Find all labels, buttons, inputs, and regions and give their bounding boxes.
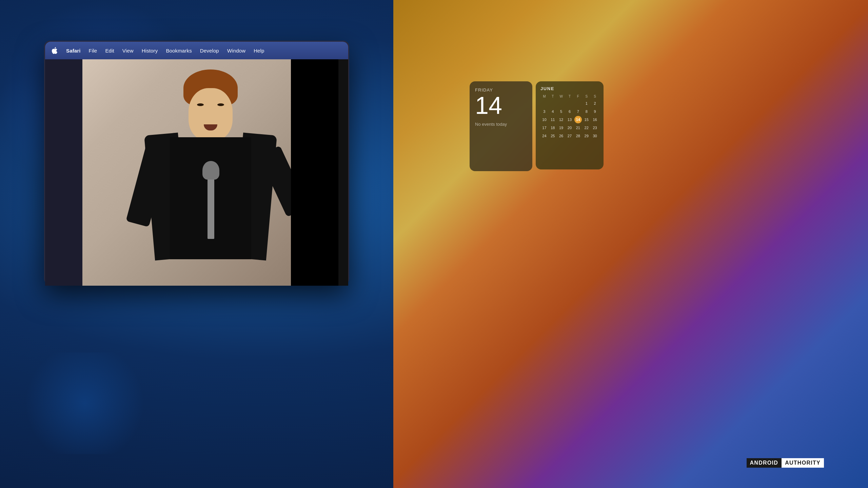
cal-header-s2: S [591,94,599,99]
cal-cell-30[interactable]: 30 [591,132,599,140]
microphone-stand [208,171,214,239]
menu-safari[interactable]: Safari [63,46,84,55]
calendar-widget: Friday 14 No events today [470,81,532,171]
cal-header-m: M [540,94,548,99]
menu-help[interactable]: Help [250,46,268,55]
cal-cell-20[interactable]: 20 [566,124,573,131]
cal-cell-10[interactable]: 10 [540,116,548,123]
bg-blur-2 [17,352,153,454]
watermark-authority-text: AUTHORITY [782,458,824,468]
cal-cell-1[interactable]: 1 [583,100,590,107]
calendar-grid: M T W T F S S 1 2 3 4 5 6 7 8 9 10 11 12… [540,94,599,140]
cal-header-f: F [574,94,582,99]
menu-file[interactable]: File [85,46,101,55]
month-title: June [540,86,599,91]
cal-cell-21[interactable]: 21 [574,124,582,131]
menu-develop[interactable]: Develop [197,46,222,55]
cal-cell-27[interactable]: 27 [566,132,573,140]
cal-cell-8[interactable]: 8 [583,108,590,115]
right-eye [217,103,224,106]
calendar-day-number: 14 [475,93,527,118]
cal-cell-5[interactable]: 5 [557,108,565,115]
cal-cell-18[interactable]: 18 [549,124,556,131]
cal-header-s1: S [583,94,590,99]
cal-cell-14-today[interactable]: 14 [574,116,582,123]
calendar-no-events: No events today [475,122,527,127]
cal-cell-2[interactable]: 2 [591,100,599,107]
watermark: ANDROID AUTHORITY [747,458,824,468]
cal-cell-25[interactable]: 25 [549,132,556,140]
menu-bar: Safari File Edit View History Bookmarks … [45,42,348,59]
cal-cell-23[interactable]: 23 [591,124,599,131]
cal-cell-9[interactable]: 9 [591,108,599,115]
cal-cell-4[interactable]: 4 [549,108,556,115]
microphone-head [202,161,219,180]
left-eye [197,103,204,106]
cal-cell-empty3 [557,100,565,107]
cal-cell-24[interactable]: 24 [540,132,548,140]
watermark-android-text: ANDROID [747,458,782,468]
cal-cell-26[interactable]: 26 [557,132,565,140]
month-calendar-widget: June M T W T F S S 1 2 3 4 5 6 7 8 9 10 … [536,81,604,169]
cal-cell-12[interactable]: 12 [557,116,565,123]
cal-header-t1: T [549,94,557,99]
face [189,88,233,141]
desktop-wallpaper [393,0,868,488]
cal-cell-16[interactable]: 16 [591,116,599,123]
cal-cell-17[interactable]: 17 [540,124,548,131]
browser-sidebar [45,59,82,286]
person-figure [146,69,275,280]
menu-window[interactable]: Window [224,46,249,55]
menu-history[interactable]: History [138,46,161,55]
cal-header-w: W [557,94,565,99]
cal-cell-empty4 [566,100,573,107]
menu-bookmarks[interactable]: Bookmarks [162,46,195,55]
menu-view[interactable]: View [119,46,137,55]
cal-cell-15[interactable]: 15 [583,116,590,123]
menu-edit[interactable]: Edit [102,46,117,55]
cal-cell-29[interactable]: 29 [583,132,590,140]
video-player[interactable] [82,59,338,286]
video-right-dark [291,59,338,286]
cal-cell-13[interactable]: 13 [566,116,573,123]
cal-cell-22[interactable]: 22 [583,124,590,131]
cal-cell-6[interactable]: 6 [566,108,573,115]
cal-cell-empty2 [549,100,556,107]
apple-icon[interactable] [51,46,59,55]
cal-cell-7[interactable]: 7 [574,108,582,115]
cal-cell-empty1 [540,100,548,107]
cal-cell-19[interactable]: 19 [557,124,565,131]
mouth [204,124,217,130]
cal-header-t2: T [566,94,574,99]
cal-cell-3[interactable]: 3 [540,108,548,115]
cal-cell-11[interactable]: 11 [549,116,556,123]
cal-cell-empty5 [574,100,582,107]
cal-cell-28[interactable]: 28 [574,132,582,140]
browser-content [45,59,348,286]
